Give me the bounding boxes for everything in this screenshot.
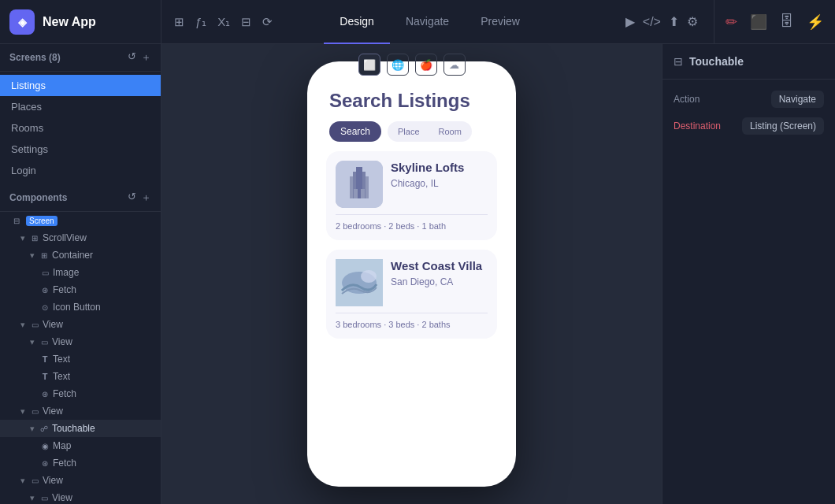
listing-image-1 [336,161,383,208]
fetch-icon-3: ⊛ [39,458,50,469]
components-actions: ↺ ＋ [128,191,151,205]
tree-map[interactable]: ◉ Map [0,437,161,454]
listings-scroll: Skyline Lofts Chicago, IL 2 bedrooms · 2… [320,151,503,474]
platform-web-icon[interactable]: 🌐 [387,54,409,76]
view-icon-3: ▭ [29,406,40,417]
tab-navigate[interactable]: Navigate [390,0,465,44]
tree-icon-button[interactable]: ⊙ Icon Button [0,298,161,316]
screens-title: Screens (8) [9,52,61,63]
screen-item-login[interactable]: Login [0,160,161,181]
screen-item-rooms[interactable]: Rooms [0,117,161,139]
tree-view-2[interactable]: ▾ ▭ View [0,333,161,350]
tree-view-1[interactable]: ▾ ▭ View [0,316,161,333]
settings-icon[interactable]: ⚙ [687,14,698,29]
tree-text-2[interactable]: T Text [0,368,161,385]
text-icon-2: T [39,371,50,382]
tab-preview[interactable]: Preview [465,0,536,44]
code-icon[interactable]: </> [643,15,661,29]
iconbtn-icon: ⊙ [39,302,50,313]
brush-icon[interactable]: ✏ [722,10,740,34]
action-label: Action [674,94,700,105]
right-panel: ⊟ Touchable Action Navigate Destination … [662,44,835,504]
grid-icon[interactable]: ⊞ [174,15,184,29]
lightning-icon[interactable]: ⚡ [803,10,827,34]
action-value[interactable]: Navigate [771,91,824,108]
destination-value[interactable]: Listing (Screen) [742,117,824,135]
tab-design[interactable]: Design [324,0,390,44]
destination-property-row: Destination Listing (Screen) [674,117,824,135]
share-icon[interactable]: ⬆ [669,14,679,29]
listing-info-1: Skyline Lofts Chicago, IL [391,161,488,208]
tree-fetch-1[interactable]: ⊛ Fetch [0,281,161,298]
undo-screens-icon[interactable]: ↺ [128,50,136,65]
action-property-row: Action Navigate [674,91,824,108]
fetch-icon-1: ⊛ [39,284,50,295]
listing-info-2: West Coast Villa San Diego, CA [391,259,488,306]
tree-scrollview[interactable]: ▾ ⊞ ScrollView [0,229,161,246]
screen-item-settings[interactable]: Settings [0,139,161,160]
top-bar-right: ▶ </> ⬆ ⚙ [613,14,711,29]
right-panel-header: ⊟ Touchable [662,44,835,80]
database-icon[interactable]: 🗄 [777,10,797,33]
svg-point-8 [361,270,377,283]
screen-node-icon: ⊟ [11,215,22,226]
components-title: Components [9,192,67,203]
view-icon-1: ▭ [29,319,40,330]
container-icon: ⊞ [39,250,50,261]
view-icon-5: ▭ [39,492,50,503]
tree-image[interactable]: ▭ Image [0,264,161,281]
destination-label: Destination [674,120,721,132]
add-component-icon[interactable]: ＋ [141,191,151,205]
components-section-header: Components ↺ ＋ [0,184,161,212]
tree-view-3[interactable]: ▾ ▭ View [0,402,161,420]
components-tree: ⊟ Screen ▾ ⊞ ScrollView ▾ ⊞ Container ▭ … [0,212,161,504]
image-icon: ▭ [39,267,50,278]
listing-card-top-1: Skyline Lofts Chicago, IL [336,161,488,208]
room-filter-option[interactable]: Room [431,124,469,139]
touchable-panel-icon: ⊟ [674,55,683,68]
svg-rect-5 [361,189,365,198]
tree-container[interactable]: ▾ ⊞ Container [0,246,161,264]
listing-details-1: 2 bedrooms · 2 beds · 1 bath [336,214,488,231]
platform-phone-icon[interactable]: ⬜ [358,54,380,76]
screen-main-title: Search Listings [329,90,494,112]
place-filter-option[interactable]: Place [390,124,428,139]
listing-card-1[interactable]: Skyline Lofts Chicago, IL 2 bedrooms · 2… [326,151,497,240]
refresh-icon[interactable]: ⟳ [262,15,273,29]
search-filter-button[interactable]: Search [329,121,381,142]
screens-list: Listings Places Rooms Settings Login [0,72,161,184]
tree-screen[interactable]: ⊟ Screen [0,212,161,229]
tree-text-1[interactable]: T Text [0,350,161,368]
tree-fetch-3[interactable]: ⊛ Fetch [0,454,161,472]
screen-item-listings[interactable]: Listings [0,75,161,96]
tree-view-4[interactable]: ▾ ▭ View [0,472,161,489]
function-icon[interactable]: ƒ₁ [195,15,206,29]
add-screen-icon[interactable]: ＋ [141,50,151,65]
tree-touchable[interactable]: ▾ ☍ Touchable [0,420,161,437]
filter-options: Place Room [388,121,472,142]
app-logo-icon: ◈ [9,9,35,35]
view-icon-4: ▭ [29,475,40,486]
component-icon[interactable]: ⊟ [241,15,251,29]
screens-section-header: Screens (8) ↺ ＋ [0,44,161,72]
platform-cloud-icon[interactable]: ☁ [443,54,466,76]
panel-toggle-icons: ✏ ⬛ 🗄 ⚡ [714,0,835,43]
tree-view-5[interactable]: ▾ ▭ View [0,489,161,504]
play-button[interactable]: ▶ [625,14,635,29]
app-screen: Search Listings Search Place Room [320,77,503,474]
fetch-icon-2: ⊛ [39,388,50,399]
platform-apple-icon[interactable]: 🍎 [415,54,437,76]
listing-location-1: Chicago, IL [391,178,488,189]
screen-title-area: Search Listings [320,77,503,121]
tree-fetch-2[interactable]: ⊛ Fetch [0,385,161,402]
undo-components-icon[interactable]: ↺ [128,191,136,205]
listing-card-2[interactable]: West Coast Villa San Diego, CA 3 bedroom… [326,250,497,339]
screen-item-places[interactable]: Places [0,96,161,117]
variable-icon[interactable]: X₁ [217,15,230,29]
map-icon: ◉ [39,440,50,451]
save-icon[interactable]: ⬛ [747,10,770,34]
toolbar-icons: ⊞ ƒ₁ X₁ ⊟ ⟳ [161,15,285,29]
listing-location-2: San Diego, CA [391,276,488,287]
arrow-down-icon-7: ▾ [20,476,25,486]
listing-image-2 [336,259,383,306]
